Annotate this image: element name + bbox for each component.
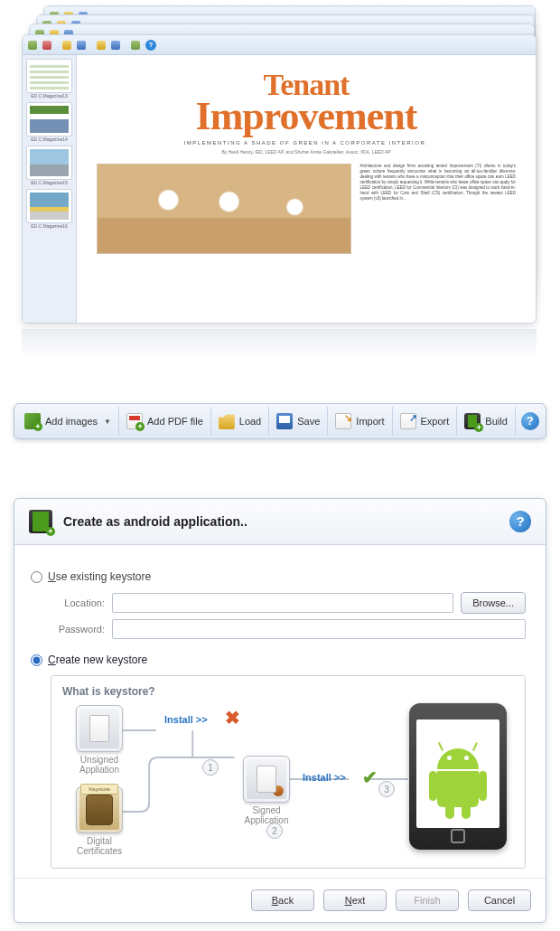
page-body-text: Architecture and design firms assisting … bbox=[360, 164, 517, 254]
install-label-2: Install >> bbox=[303, 772, 346, 783]
build-button[interactable]: Build bbox=[457, 407, 515, 436]
unsigned-app-label: Unsigned Appliation bbox=[71, 755, 127, 775]
import-label: Import bbox=[356, 416, 384, 427]
thumbnail[interactable] bbox=[26, 146, 72, 180]
cancel-button[interactable]: Cancel bbox=[468, 889, 531, 911]
help-button[interactable]: ? bbox=[516, 407, 545, 436]
unsigned-app-node: Unsigned Appliation bbox=[71, 705, 127, 775]
save-icon[interactable] bbox=[77, 41, 86, 50]
android-build-icon bbox=[29, 510, 52, 533]
editor-page-preview: Tenant Improvement IMPLEMENTING A SHADE … bbox=[77, 55, 536, 323]
page-photo bbox=[97, 164, 351, 254]
install-ok-icon bbox=[362, 766, 378, 788]
import-icon bbox=[335, 413, 351, 429]
finish-button: Finish bbox=[396, 889, 459, 911]
load-button[interactable]: Load bbox=[211, 407, 269, 436]
thumbnail[interactable] bbox=[26, 189, 72, 223]
thumbnail-caption: ED.C.Magazine13 bbox=[26, 93, 72, 99]
thumbnail[interactable] bbox=[26, 59, 72, 93]
step-3-badge: 3 bbox=[378, 781, 395, 797]
use-existing-keystore-input[interactable] bbox=[31, 571, 42, 583]
add-images-icon[interactable] bbox=[28, 41, 37, 50]
keystore-info-box: What is keystore? Unsigned Appliation Di bbox=[51, 675, 526, 869]
dialog-help-button[interactable]: ? bbox=[509, 511, 531, 532]
build-label: Build bbox=[485, 416, 507, 427]
export-icon bbox=[400, 413, 416, 429]
document-icon bbox=[76, 705, 123, 752]
keystore-node: Digital Certificates bbox=[71, 786, 127, 856]
thumbnail[interactable] bbox=[26, 102, 72, 136]
signed-app-label: Signed Application bbox=[238, 805, 294, 825]
save-button[interactable]: Save bbox=[269, 407, 328, 436]
page-byline: By Heidi Hendy, IED, LEED AP, and Shohar… bbox=[97, 149, 516, 155]
create-android-dialog: Create as android application.. ? Use ex… bbox=[14, 498, 546, 923]
build-icon[interactable] bbox=[131, 41, 140, 50]
load-icon[interactable] bbox=[62, 41, 71, 50]
dropdown-caret-icon: ▼ bbox=[104, 418, 111, 426]
install-fail-icon bbox=[225, 707, 240, 729]
keystore-diagram: Unsigned Appliation Digital Certificates… bbox=[62, 703, 514, 857]
add-pdf-icon[interactable] bbox=[42, 41, 51, 50]
save-icon bbox=[276, 413, 293, 429]
next-button[interactable]: Next bbox=[323, 889, 387, 911]
add-pdf-icon bbox=[126, 413, 143, 429]
thumbnail-caption: ED.C.Magazine14 bbox=[26, 136, 72, 142]
browse-button[interactable]: Browse... bbox=[461, 592, 526, 614]
build-phone-icon bbox=[464, 413, 481, 429]
create-new-keystore-radio[interactable]: Create new keystore bbox=[31, 654, 526, 666]
help-icon: ? bbox=[521, 412, 539, 430]
android-robot-icon bbox=[429, 748, 487, 819]
use-existing-keystore-radio[interactable]: Use existing keystore bbox=[31, 570, 526, 583]
dialog-header: Create as android application.. ? bbox=[14, 499, 546, 545]
editor-window-stack: ? ED.C.Magazine13 ED.C.Magazine14 ED.C.M… bbox=[16, 5, 540, 322]
load-label: Load bbox=[239, 416, 261, 427]
add-images-button[interactable]: Add images ▼ bbox=[17, 407, 119, 436]
thumbnail-strip[interactable]: ED.C.Magazine13 ED.C.Magazine14 ED.C.Mag… bbox=[23, 55, 77, 323]
document-signed-icon bbox=[243, 756, 290, 803]
back-button[interactable]: Back bbox=[251, 889, 314, 911]
add-images-icon bbox=[24, 413, 41, 429]
location-input[interactable] bbox=[112, 593, 453, 613]
folder-open-icon bbox=[219, 413, 235, 429]
keystore-label: Digital Certificates bbox=[71, 836, 127, 856]
help-icon[interactable]: ? bbox=[145, 40, 156, 51]
page-title: Tenant Improvement bbox=[97, 71, 516, 135]
export-icon[interactable] bbox=[111, 41, 120, 50]
main-toolbar: Add images ▼ Add PDF file Load Save Impo… bbox=[14, 403, 546, 439]
thumbnail-caption: ED.C.Magazine15 bbox=[26, 180, 72, 185]
keystore-info-heading: What is keystore? bbox=[62, 685, 514, 698]
reflection bbox=[22, 329, 537, 358]
create-new-keystore-input[interactable] bbox=[31, 654, 42, 666]
add-pdf-label: Add PDF file bbox=[147, 416, 203, 427]
export-button[interactable]: Export bbox=[393, 407, 458, 436]
keystore-icon bbox=[76, 786, 123, 833]
add-images-label: Add images bbox=[45, 416, 98, 427]
editor-mini-toolbar: ? bbox=[23, 35, 536, 55]
password-label: Password: bbox=[51, 624, 105, 635]
dialog-title: Create as android application.. bbox=[63, 514, 247, 529]
signed-app-node: Signed Application bbox=[238, 756, 294, 825]
save-label: Save bbox=[297, 416, 320, 427]
thumbnail-caption: ED.C.Magazine16 bbox=[26, 223, 72, 229]
editor-window-front: ? ED.C.Magazine13 ED.C.Magazine14 ED.C.M… bbox=[22, 34, 537, 324]
step-1-badge: 1 bbox=[202, 759, 219, 776]
export-label: Export bbox=[421, 416, 450, 427]
add-pdf-button[interactable]: Add PDF file bbox=[119, 407, 211, 436]
dialog-footer: Back Next Finish Cancel bbox=[14, 878, 546, 922]
password-input[interactable] bbox=[112, 619, 526, 639]
page-subtitle: IMPLEMENTING A SHADE OF GREEN IN A CORPO… bbox=[97, 140, 516, 146]
location-label: Location: bbox=[51, 597, 105, 608]
step-2-badge: 2 bbox=[266, 823, 283, 839]
import-button[interactable]: Import bbox=[328, 407, 392, 436]
install-label-1: Install >> bbox=[164, 714, 208, 725]
import-icon[interactable] bbox=[97, 41, 106, 50]
